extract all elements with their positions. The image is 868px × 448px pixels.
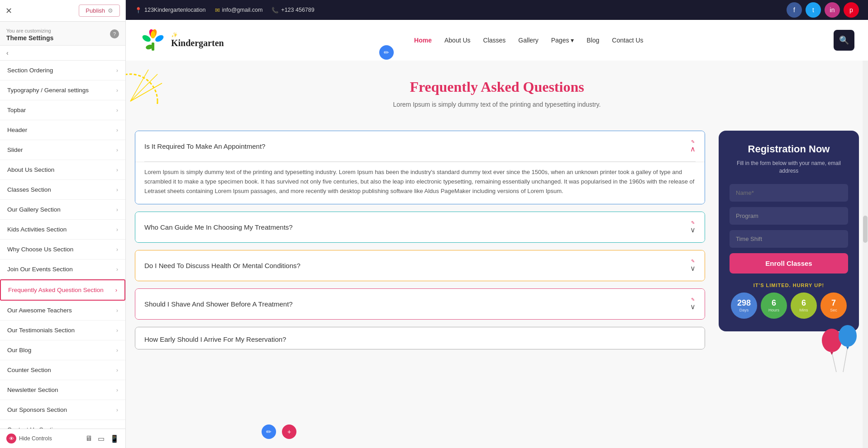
- nav-link-home[interactable]: Home: [414, 37, 432, 44]
- timer-days-label: Days: [739, 308, 749, 312]
- sidebar-item-contact[interactable]: Contact Us Section ›: [0, 420, 125, 429]
- nav-link-gallery[interactable]: Gallery: [518, 37, 538, 44]
- svg-line-15: [843, 347, 848, 372]
- sidebar-back-button[interactable]: ‹: [0, 46, 125, 61]
- registration-card: Registration Now Fill in the form below …: [719, 131, 859, 386]
- nav-link-contact[interactable]: Contact Us: [612, 37, 643, 44]
- faq-toggle-0[interactable]: ✎ ∧: [690, 139, 696, 153]
- chevron-right-icon: ›: [116, 206, 118, 213]
- svg-marker-16: [846, 347, 849, 349]
- phone-text: +123 456789: [281, 7, 314, 13]
- sidebar-item-join-events[interactable]: Join Our Events Section ›: [0, 259, 125, 279]
- faq-question-3: Should I Shave And Shower Before A Treat…: [144, 300, 293, 308]
- nav-link-blog[interactable]: Blog: [587, 37, 599, 44]
- logo-area: ✨ Kindergarten: [139, 27, 224, 54]
- close-button[interactable]: ✕: [5, 6, 12, 16]
- scrollbar[interactable]: [863, 61, 868, 448]
- sidebar-item-header[interactable]: Header ›: [0, 120, 125, 140]
- faq-item-1: Who Can Guide Me In Choosing My Treatmen…: [135, 212, 705, 243]
- chevron-right-icon: ›: [116, 387, 118, 393]
- sidebar-item-gallery[interactable]: Our Gallery Section ›: [0, 200, 125, 220]
- faq-header-2[interactable]: Do I Need To Discuss Health Or Mental Co…: [135, 250, 705, 281]
- pin-icon: 📍: [135, 7, 142, 14]
- email-text: info@gmail.com: [222, 7, 263, 13]
- facebook-icon[interactable]: f: [787, 2, 802, 18]
- faq-answer-0: Lorem Ipsum is simply dummy text of the …: [144, 168, 696, 196]
- pinterest-icon[interactable]: p: [844, 2, 859, 18]
- timer-label: IT'S LIMITED. HURRY UP!: [730, 283, 848, 288]
- expand-icon-3: ∨: [690, 302, 696, 311]
- faq-layout: Is It Required To Make An Appointment? ✎…: [126, 131, 868, 399]
- reg-program-select[interactable]: Program: [730, 207, 848, 225]
- sidebar-item-typography[interactable]: Typography / General settings ›: [0, 80, 125, 100]
- sidebar-item-teachers[interactable]: Our Awesome Teachers ›: [0, 301, 125, 321]
- sidebar-item-sponsors[interactable]: Our Sponsors Section ›: [0, 400, 125, 420]
- sidebar-item-section-ordering[interactable]: Section Ordering ›: [0, 61, 125, 80]
- instagram-icon[interactable]: in: [825, 2, 840, 18]
- reg-card-inner: Registration Now Fill in the form below …: [719, 131, 859, 331]
- sidebar-item-slider[interactable]: Slider ›: [0, 140, 125, 160]
- chevron-right-icon: ›: [116, 87, 118, 94]
- sidebar: ✕ Publish ⚙ You are customizing Theme Se…: [0, 0, 126, 448]
- sidebar-item-newsletter[interactable]: Newsletter Section ›: [0, 380, 125, 400]
- sidebar-item-label: About Us Section: [7, 166, 54, 173]
- sidebar-item-label: Our Awesome Teachers: [7, 307, 72, 314]
- phone-icon: 📞: [272, 7, 279, 14]
- faq-item-3: Should I Shave And Shower Before A Treat…: [135, 288, 705, 320]
- fab-pink-button[interactable]: +: [282, 424, 296, 439]
- timer-sec-label: Sec: [830, 308, 837, 312]
- faq-header-4[interactable]: How Early Should I Arrive For My Reserva…: [135, 327, 705, 349]
- faq-toggle-1[interactable]: ✎ ∨: [690, 220, 696, 234]
- fab-edit-button[interactable]: ✏: [262, 424, 276, 439]
- chevron-right-icon: ›: [116, 367, 118, 373]
- sidebar-item-label: Why Choose Us Section: [7, 246, 73, 253]
- twitter-icon[interactable]: t: [806, 2, 821, 18]
- faq-toggle-3[interactable]: ✎ ∨: [690, 297, 696, 311]
- faq-header-3[interactable]: Should I Shave And Shower Before A Treat…: [135, 289, 705, 319]
- mobile-icon[interactable]: 📱: [110, 434, 119, 443]
- sidebar-item-classes[interactable]: Classes Section ›: [0, 180, 125, 200]
- timer-sec-value: 7: [831, 299, 836, 307]
- chevron-right-icon: ›: [116, 327, 118, 334]
- sidebar-item-blog[interactable]: Our Blog ›: [0, 340, 125, 360]
- nav-edit-button[interactable]: ✏: [379, 45, 394, 60]
- nav-link-pages[interactable]: Pages ▾: [551, 37, 574, 44]
- search-button[interactable]: 🔍: [834, 30, 854, 51]
- sidebar-menu: Section Ordering › Typography / General …: [0, 61, 125, 429]
- sidebar-item-kids-activities[interactable]: Kids Activities Section ›: [0, 220, 125, 240]
- sidebar-item-topbar[interactable]: Topbar ›: [0, 100, 125, 120]
- help-button[interactable]: ?: [110, 29, 119, 38]
- chevron-right-icon: ›: [116, 347, 118, 354]
- sidebar-item-about-us[interactable]: About Us Section ›: [0, 160, 125, 180]
- sidebar-item-label: Counter Section: [7, 367, 51, 373]
- timer-hours-label: Hours: [768, 308, 779, 312]
- enroll-button[interactable]: Enroll Classes: [730, 253, 848, 274]
- tablet-icon[interactable]: ▭: [98, 434, 105, 443]
- timer-days: 298 Days: [731, 292, 757, 319]
- sidebar-item-counter[interactable]: Counter Section ›: [0, 360, 125, 380]
- reg-timeshift-select[interactable]: Time Shift: [730, 230, 848, 248]
- topbar-email: ✉ info@gmail.com: [215, 7, 263, 14]
- desktop-icon[interactable]: 🖥: [85, 434, 92, 443]
- sidebar-item-label: Typography / General settings: [7, 87, 89, 94]
- faq-header-0[interactable]: Is It Required To Make An Appointment? ✎…: [135, 131, 705, 161]
- hide-controls-button[interactable]: 👁 Hide Controls: [6, 434, 52, 443]
- sidebar-item-why-choose[interactable]: Why Choose Us Section ›: [0, 240, 125, 259]
- faq-item-0: Is It Required To Make An Appointment? ✎…: [135, 131, 705, 204]
- timer-hours: 6 Hours: [761, 292, 787, 319]
- sidebar-item-testimonials[interactable]: Our Testimonials Section ›: [0, 321, 125, 340]
- page-body: Frequently Asked Questions Lorem Ipsum i…: [126, 61, 868, 448]
- publish-button[interactable]: Publish ⚙: [79, 5, 120, 17]
- nav-links: Home About Us Classes Gallery Pages ▾ Bl…: [414, 37, 644, 44]
- balloons-svg: [818, 322, 863, 390]
- nav-link-classes[interactable]: Classes: [483, 37, 506, 44]
- sidebar-item-faq[interactable]: Frequently Asked Question Section ›: [0, 279, 125, 301]
- faq-header-1[interactable]: Who Can Guide Me In Choosing My Treatmen…: [135, 212, 705, 242]
- sidebar-item-label: Section Ordering: [7, 67, 53, 74]
- nav-link-about[interactable]: About Us: [444, 37, 471, 44]
- sun-decoration: [126, 61, 171, 106]
- timer-circles: 298 Days 6 Hours 6 Mins: [730, 292, 848, 319]
- faq-toggle-2[interactable]: ✎ ∨: [690, 259, 696, 273]
- sidebar-item-label: Our Blog: [7, 347, 31, 354]
- reg-name-input[interactable]: [730, 184, 848, 202]
